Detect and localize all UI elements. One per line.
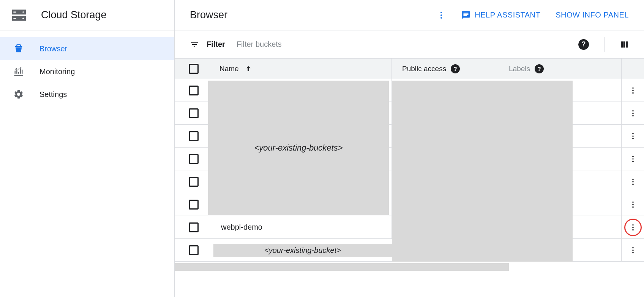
cell-public xyxy=(391,193,505,216)
cell-labels xyxy=(505,79,621,102)
help-assistant-button[interactable]: HELP ASSISTANT xyxy=(461,10,540,20)
sort-ascending-icon xyxy=(244,65,253,73)
row-checkbox[interactable] xyxy=(189,154,199,164)
svg-point-18 xyxy=(632,133,634,134)
cell-public xyxy=(391,216,505,238)
highlighted-circle xyxy=(624,219,642,236)
more-vert-icon xyxy=(629,223,637,232)
column-selector-icon[interactable] xyxy=(620,40,629,49)
help-icon[interactable]: ? xyxy=(535,64,544,73)
svg-point-33 xyxy=(632,247,634,248)
row-menu-button[interactable] xyxy=(621,239,644,261)
filter-label: Filter xyxy=(207,40,225,49)
row-checkbox[interactable] xyxy=(189,131,199,141)
svg-point-2 xyxy=(22,11,24,13)
svg-point-13 xyxy=(632,90,634,91)
sidebar-item-browser[interactable]: Browser xyxy=(0,37,174,60)
sidebar-header: Cloud Storage xyxy=(0,0,174,30)
svg-point-35 xyxy=(632,252,634,253)
cell-name xyxy=(213,125,391,147)
row-menu-button[interactable] xyxy=(621,79,644,102)
cell-public xyxy=(391,170,505,193)
cell-public xyxy=(391,102,505,124)
bucket-name: webpl-demo xyxy=(219,223,262,232)
sidebar-item-settings[interactable]: Settings xyxy=(0,83,174,106)
svg-rect-5 xyxy=(13,17,16,19)
svg-rect-9 xyxy=(621,41,623,48)
svg-point-32 xyxy=(632,229,634,230)
filter-input[interactable] xyxy=(237,40,571,49)
svg-point-19 xyxy=(632,135,634,137)
svg-point-20 xyxy=(632,138,634,139)
svg-point-22 xyxy=(632,158,634,160)
svg-point-29 xyxy=(632,206,634,208)
page-title: Browser xyxy=(190,9,437,21)
table-row xyxy=(175,170,644,193)
svg-point-27 xyxy=(632,201,634,203)
horizontal-scrollbar[interactable] xyxy=(175,263,509,271)
row-checkbox[interactable] xyxy=(189,245,199,255)
table-row xyxy=(175,102,644,125)
filter-bar: Filter ? xyxy=(175,30,644,59)
product-title: Cloud Storage xyxy=(41,9,107,21)
cell-labels xyxy=(506,239,621,261)
help-icon[interactable]: ? xyxy=(451,64,460,73)
table-row-webpl-demo: webpl-demo xyxy=(175,216,644,239)
more-vert-icon xyxy=(629,200,637,209)
row-menu-button[interactable] xyxy=(621,193,644,216)
cell-public xyxy=(391,79,505,102)
table-row: <your-existing-bucket> xyxy=(175,239,644,262)
help-icon[interactable]: ? xyxy=(578,39,589,50)
svg-point-17 xyxy=(632,115,634,116)
column-header-menu xyxy=(621,59,644,79)
bucket-table: Name Public access ? Labels ? <your-exis… xyxy=(175,59,644,297)
show-info-panel-button[interactable]: SHOW INFO PANEL xyxy=(556,11,629,19)
row-menu-button[interactable] xyxy=(621,170,644,193)
cell-name[interactable]: webpl-demo xyxy=(213,216,391,238)
sidebar-item-label: Browser xyxy=(39,44,67,53)
row-checkbox[interactable] xyxy=(189,177,199,187)
row-menu-button[interactable] xyxy=(621,216,644,238)
cell-name xyxy=(213,148,391,170)
cell-name: <your-existing-bucket> xyxy=(213,239,392,261)
sidebar-item-label: Settings xyxy=(39,90,67,99)
svg-rect-11 xyxy=(626,41,628,48)
more-vert-icon xyxy=(629,109,637,118)
cell-public xyxy=(391,148,505,170)
svg-point-16 xyxy=(632,113,634,114)
select-all-checkbox[interactable] xyxy=(189,64,199,74)
column-header-labels[interactable]: Labels ? xyxy=(505,64,621,73)
sidebar-item-monitoring[interactable]: Monitoring xyxy=(0,60,174,83)
svg-point-21 xyxy=(632,156,634,157)
sidebar-nav: Browser Monitoring Settings xyxy=(0,30,174,106)
svg-point-12 xyxy=(632,87,634,89)
svg-point-8 xyxy=(440,17,442,19)
row-checkbox[interactable] xyxy=(189,108,199,118)
row-menu-button[interactable] xyxy=(621,102,644,124)
column-header-name-label: Name xyxy=(219,65,239,73)
cell-name xyxy=(213,170,391,193)
svg-point-30 xyxy=(632,224,634,226)
cell-labels xyxy=(505,148,621,170)
header-overflow-icon[interactable] xyxy=(437,11,446,20)
main-content: Browser HELP ASSISTANT SHOW INFO PANEL F… xyxy=(175,0,644,297)
svg-point-6 xyxy=(440,12,442,13)
svg-point-14 xyxy=(632,92,634,94)
row-checkbox[interactable] xyxy=(189,200,199,210)
svg-point-31 xyxy=(632,227,634,228)
row-checkbox[interactable] xyxy=(189,86,199,95)
select-all-cell xyxy=(175,64,213,74)
chat-icon xyxy=(461,10,471,20)
svg-point-25 xyxy=(632,181,634,183)
column-header-public-access[interactable]: Public access ? xyxy=(391,59,505,79)
table-row xyxy=(175,148,644,170)
row-menu-button[interactable] xyxy=(621,148,644,170)
cell-public xyxy=(392,239,506,261)
show-info-label: SHOW INFO PANEL xyxy=(556,11,629,19)
row-menu-button[interactable] xyxy=(621,125,644,147)
cell-labels xyxy=(505,102,621,124)
column-header-name[interactable]: Name xyxy=(213,65,391,73)
sidebar: Cloud Storage Browser Monitoring Setting… xyxy=(0,0,175,297)
row-checkbox[interactable] xyxy=(189,222,199,232)
cell-name xyxy=(213,79,391,102)
